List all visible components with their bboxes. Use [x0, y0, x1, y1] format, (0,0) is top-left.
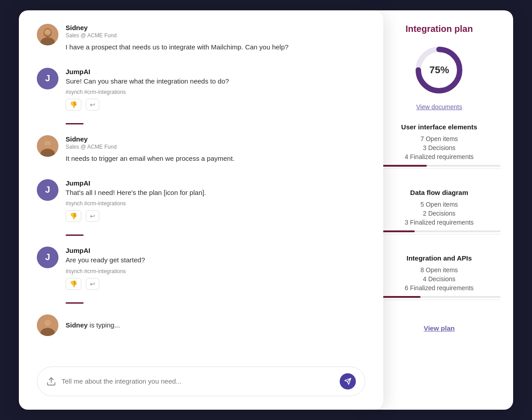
typing-content: Sidney is typing... — [66, 321, 365, 329]
input-area — [37, 367, 365, 396]
section-divider — [378, 234, 501, 234]
sender-name: Sidney — [66, 24, 365, 31]
progress-bar — [378, 230, 415, 232]
section-stats: 5 Open items 2 Decisions 3 Finalized req… — [378, 201, 501, 226]
messages-area: Sidney Sales @ ACME Fund I have a prospe… — [37, 24, 365, 358]
chat-input[interactable] — [62, 377, 334, 385]
section-data-flow: Data flow diagram 5 Open items 2 Decisio… — [378, 189, 501, 243]
message-group: Sidney Sales @ ACME Fund I have a prospe… — [37, 24, 365, 55]
send-button[interactable] — [340, 373, 356, 389]
donut-chart: 75% — [412, 43, 466, 97]
message-content: Sidney Sales @ ACME Fund I have a prospe… — [66, 24, 365, 55]
avatar-ai: J — [37, 68, 58, 89]
thumbs-down-button[interactable]: 👎 — [66, 99, 81, 111]
message-actions: 👎 ↩ — [66, 278, 365, 290]
svg-point-14 — [44, 320, 51, 326]
section-ui-elements: User interface elements 7 Open items 3 D… — [378, 123, 501, 178]
message-text: Sure! Can you share what the integration… — [66, 76, 365, 87]
message-content: JumpAI That's all I need! Here's the pla… — [66, 179, 365, 222]
message-group: J JumpAI Are you ready get started? #syn… — [37, 247, 365, 290]
message-content: JumpAI Sure! Can you share what the inte… — [66, 68, 365, 111]
message-tags: #synch #crm-integrations — [66, 268, 365, 274]
sender-name: JumpAI — [66, 68, 365, 75]
section-divider — [378, 300, 501, 300]
thumbs-down-button[interactable]: 👎 — [66, 278, 81, 290]
progress-bar-container — [378, 296, 501, 298]
progress-bar-container — [378, 165, 501, 167]
message-divider — [66, 302, 84, 304]
reply-button[interactable]: ↩ — [86, 210, 99, 222]
message-group: Sidney Sales @ ACME Fund It needs to tri… — [37, 135, 365, 167]
message-content: Sidney Sales @ ACME Fund It needs to tri… — [66, 135, 365, 167]
open-items: 8 Open items — [378, 266, 501, 274]
message-tags: #synch #crm-integrations — [66, 200, 365, 207]
svg-text:J: J — [45, 252, 50, 262]
sender-name: JumpAI — [66, 179, 365, 187]
section-integration-apis: Integration and APIs 8 Open items 4 Deci… — [378, 254, 501, 309]
progress-bar — [378, 296, 421, 298]
open-items: 7 Open items — [378, 135, 501, 142]
section-title: User interface elements — [378, 123, 501, 131]
message-group: J JumpAI Sure! Can you share what the in… — [37, 68, 365, 111]
thumbs-down-button[interactable]: 👎 — [66, 210, 81, 222]
message-text: I have a prospect that needs us to integ… — [66, 42, 365, 53]
avatar-ai: J — [37, 247, 58, 268]
sender-name: JumpAI — [66, 247, 365, 254]
message-actions: 👎 ↩ — [66, 210, 365, 222]
message-text: That's all I need! Here's the plan [icon… — [66, 188, 365, 198]
reply-button[interactable]: ↩ — [86, 278, 99, 290]
message-text: It needs to trigger an email when we pro… — [66, 154, 365, 164]
main-container: Sidney Sales @ ACME Fund I have a prospe… — [19, 10, 513, 410]
view-documents-link[interactable]: View documents — [416, 103, 462, 111]
message-group: J JumpAI That's all I need! Here's the p… — [37, 179, 365, 222]
progress-bar — [378, 165, 427, 167]
section-stats: 7 Open items 3 Decisions 4 Finalized req… — [378, 135, 501, 160]
view-plan-link[interactable]: View plan — [424, 324, 455, 332]
avatar-ai: J — [37, 179, 58, 201]
decisions: 3 Decisions — [378, 144, 501, 151]
section-title: Integration and APIs — [378, 254, 501, 262]
donut-percentage: 75% — [429, 64, 449, 76]
decisions: 2 Decisions — [378, 210, 501, 217]
plan-title: Integration plan — [405, 24, 473, 34]
upload-button[interactable] — [46, 376, 56, 386]
open-items: 5 Open items — [378, 201, 501, 208]
message-text: Are you ready get started? — [66, 255, 365, 265]
svg-text:J: J — [45, 185, 50, 195]
svg-text:J: J — [45, 73, 50, 83]
chat-panel: Sidney Sales @ ACME Fund I have a prospe… — [19, 10, 383, 410]
avatar — [37, 135, 58, 157]
finalized: 4 Finalized requirements — [378, 153, 501, 160]
decisions: 4 Decisions — [378, 275, 501, 283]
message-tags: #synch #crm-integrations — [66, 89, 365, 95]
message-content: JumpAI Are you ready get started? #synch… — [66, 247, 365, 290]
section-divider — [378, 168, 501, 169]
message-actions: 👎 ↩ — [66, 99, 365, 111]
typing-indicator: Sidney is typing... — [37, 314, 365, 336]
avatar — [37, 24, 58, 45]
section-stats: 8 Open items 4 Decisions 6 Finalized req… — [378, 266, 501, 292]
message-divider — [66, 234, 84, 236]
finalized: 3 Finalized requirements — [378, 219, 501, 226]
reply-button[interactable]: ↩ — [86, 99, 99, 111]
sender-role: Sales @ ACME Fund — [66, 32, 365, 39]
right-panel: Integration plan 75% View documents User… — [365, 10, 513, 410]
section-title: Data flow diagram — [378, 189, 501, 196]
typing-text: Sidney is typing... — [66, 321, 365, 329]
avatar — [37, 314, 58, 336]
progress-bar-container — [378, 230, 501, 232]
sender-role: Sales @ ACME Fund — [66, 144, 365, 150]
message-divider — [66, 123, 84, 124]
typing-suffix: is typing... — [88, 321, 120, 329]
typing-name: Sidney — [66, 321, 88, 329]
sender-name: Sidney — [66, 135, 365, 143]
finalized: 6 Finalized requirements — [378, 284, 501, 292]
